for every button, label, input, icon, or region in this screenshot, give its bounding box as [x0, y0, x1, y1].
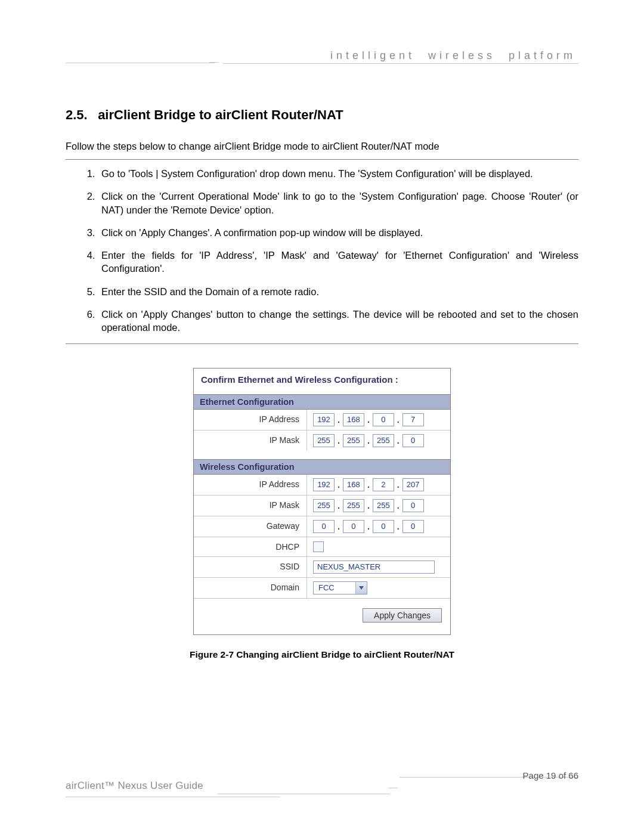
wireless-ip-octet-2[interactable]: 168 — [343, 478, 364, 491]
figure-caption: Figure 2-7 Changing airClient Bridge to … — [66, 649, 578, 660]
wireless-gateway-row: Gateway 0. 0. 0. 0 — [194, 516, 450, 537]
wireless-mask-row: IP Mask 255. 255. 255. 0 — [194, 496, 450, 516]
step-item: Click on the 'Current Operational Mode' … — [98, 190, 578, 216]
wireless-dhcp-label: DHCP — [194, 537, 307, 556]
wireless-mask-octet-1[interactable]: 255 — [313, 499, 335, 512]
ethernet-mask-octet-1[interactable]: 255 — [313, 434, 335, 447]
wireless-gateway-octet-3[interactable]: 0 — [373, 520, 394, 533]
ethernet-mask-label: IP Mask — [194, 431, 307, 451]
wireless-gateway-label: Gateway — [194, 516, 307, 537]
section-heading: 2.5. airClient Bridge to airClient Route… — [66, 107, 578, 123]
steps-list: Go to 'Tools | System Configuration' dro… — [80, 167, 578, 334]
step-item: Enter the fields for 'IP Address', 'IP M… — [98, 249, 578, 275]
step-item: Click on 'Apply Changes' button to chang… — [98, 308, 578, 335]
ethernet-ip-octet-2[interactable]: 168 — [343, 413, 364, 426]
wireless-gateway-octet-1[interactable]: 0 — [313, 520, 335, 533]
wireless-domain-label: Domain — [194, 578, 307, 598]
wireless-gateway-octet-4[interactable]: 0 — [402, 520, 424, 533]
footer-guide-title: airClient™ Nexus User Guide — [66, 780, 203, 792]
step-item: Enter the SSID and the Domain of a remot… — [98, 285, 578, 298]
wireless-ip-row: IP Address 192. 168. 2. 207 — [194, 475, 450, 496]
page-number: Page 19 of 66 — [511, 770, 578, 781]
ethernet-ip-octet-1[interactable]: 192 — [313, 413, 335, 426]
ethernet-ip-row: IP Address 192. 168. 0. 7 — [194, 410, 450, 431]
wireless-ssid-row: SSID NEXUS_MASTER — [194, 557, 450, 578]
wireless-gateway-octet-2[interactable]: 0 — [343, 520, 364, 533]
panel-title: Confirm Ethernet and Wireless Configurat… — [194, 368, 450, 394]
wireless-mask-label: IP Mask — [194, 496, 307, 516]
page-footer: airClient™ Nexus User Guide Page 19 of 6… — [66, 779, 578, 797]
wireless-ip-octet-1[interactable]: 192 — [313, 478, 335, 491]
domain-select[interactable]: FCC — [313, 581, 367, 594]
apply-changes-button[interactable]: Apply Changes — [363, 608, 442, 623]
ethernet-mask-octet-3[interactable]: 255 — [373, 434, 394, 447]
wireless-ssid-label: SSID — [194, 557, 307, 577]
step-item: Go to 'Tools | System Configuration' dro… — [98, 167, 578, 180]
domain-select-value: FCC — [314, 582, 355, 594]
wireless-domain-row: Domain FCC — [194, 578, 450, 599]
ethernet-mask-octet-2[interactable]: 255 — [343, 434, 364, 447]
wireless-ip-label: IP Address — [194, 475, 307, 495]
wireless-dhcp-row: DHCP — [194, 537, 450, 557]
ethernet-mask-octet-4[interactable]: 0 — [402, 434, 424, 447]
dhcp-checkbox[interactable] — [313, 541, 324, 552]
section-number: 2.5. — [66, 107, 94, 123]
chevron-down-icon — [355, 582, 367, 594]
ethernet-ip-octet-4[interactable]: 7 — [402, 413, 424, 426]
ethernet-mask-row: IP Mask 255. 255. 255. 0 — [194, 431, 450, 451]
ethernet-ip-octet-3[interactable]: 0 — [373, 413, 394, 426]
separator-top — [66, 159, 578, 160]
ethernet-section-header: Ethernet Configuration — [194, 394, 450, 410]
wireless-section-header: Wireless Configuration — [194, 459, 450, 475]
ethernet-ip-label: IP Address — [194, 410, 307, 430]
wireless-mask-octet-2[interactable]: 255 — [343, 499, 364, 512]
wireless-mask-octet-3[interactable]: 255 — [373, 499, 394, 512]
wireless-mask-octet-4[interactable]: 0 — [402, 499, 424, 512]
config-panel: Confirm Ethernet and Wireless Configurat… — [193, 368, 451, 635]
section-title-text: airClient Bridge to airClient Router/NAT — [98, 107, 343, 122]
wireless-ip-octet-3[interactable]: 2 — [373, 478, 394, 491]
header-tagline: intelligent wireless platform — [223, 49, 578, 63]
intro-paragraph: Follow the steps below to change airClie… — [66, 141, 578, 152]
step-item: Click on 'Apply Changes'. A confirmation… — [98, 226, 578, 239]
wireless-ip-octet-4[interactable]: 207 — [402, 478, 424, 491]
separator-bottom — [66, 343, 578, 344]
ssid-input[interactable]: NEXUS_MASTER — [313, 561, 435, 574]
page-header: intelligent wireless platform — [66, 48, 578, 66]
